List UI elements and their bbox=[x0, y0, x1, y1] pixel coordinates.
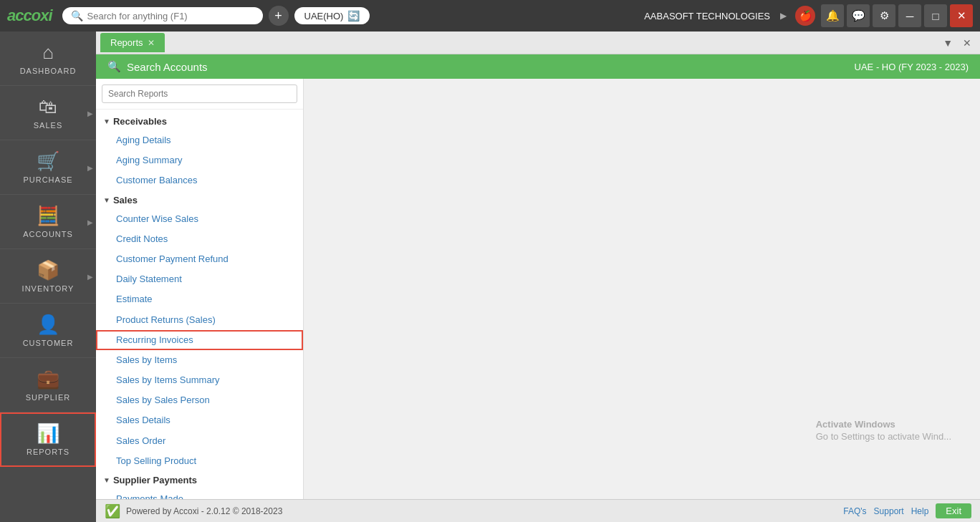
sales-arrow-icon: ▼ bbox=[103, 196, 110, 204]
avatar: 🍎 bbox=[795, 6, 815, 26]
inventory-arrow: ▶ bbox=[87, 272, 93, 280]
sidebar-label-inventory: INVENTORY bbox=[22, 284, 75, 293]
app-logo: accoxi bbox=[7, 6, 52, 25]
topbar-icons: 🔔 💬 ⚙ ─ □ ✕ bbox=[821, 4, 973, 27]
sales-icon: 🛍 bbox=[39, 96, 57, 118]
help-link[interactable]: Help bbox=[911, 506, 929, 516]
sidebar-item-customer[interactable]: 👤 CUSTOMER bbox=[0, 304, 96, 358]
tab-close-all-button[interactable]: ✕ bbox=[959, 36, 976, 50]
supplier-payments-section-label: Supplier Payments bbox=[113, 475, 197, 485]
tab-dropdown-button[interactable]: ▼ bbox=[938, 36, 957, 50]
tree-item-product-returns-sales[interactable]: Product Returns (Sales) bbox=[96, 310, 303, 330]
tab-label: Reports bbox=[110, 37, 143, 48]
refresh-icon[interactable]: 🔄 bbox=[347, 10, 360, 21]
dashboard-icon: ⌂ bbox=[42, 42, 54, 64]
accounts-icon: 🧮 bbox=[37, 205, 59, 227]
maximize-button[interactable]: □ bbox=[924, 4, 947, 27]
inventory-icon: 📦 bbox=[37, 259, 59, 281]
tab-controls: ▼ ✕ bbox=[938, 36, 976, 50]
chat-button[interactable]: 💬 bbox=[847, 4, 870, 27]
tree-item-sales-by-items[interactable]: Sales by Items bbox=[96, 350, 303, 370]
sales-section-header[interactable]: ▼ Sales bbox=[96, 191, 303, 209]
purchase-icon: 🛒 bbox=[37, 150, 59, 173]
notifications-button[interactable]: 🔔 bbox=[821, 4, 844, 27]
sidebar-label-dashboard: DASHBOARD bbox=[20, 67, 77, 75]
main-layout: ⌂ DASHBOARD 🛍 SALES ▶ 🛒 PURCHASE ▶ 🧮 ACC… bbox=[0, 32, 980, 522]
sidebar-item-supplier[interactable]: 💼 SUPPLIER bbox=[0, 358, 96, 412]
search-header-icon: 🔍 bbox=[107, 60, 121, 73]
sidebar-label-customer: CUSTOMER bbox=[23, 339, 74, 347]
tree-item-sales-by-sales-person[interactable]: Sales by Sales Person bbox=[96, 390, 303, 410]
sidebar-item-dashboard[interactable]: ⌂ DASHBOARD bbox=[0, 32, 96, 86]
tab-close-button[interactable]: ✕ bbox=[148, 38, 155, 48]
tree-content: ▼ Receivables Aging Details Aging Summar… bbox=[96, 110, 303, 499]
sidebar-label-supplier: SUPPLIER bbox=[26, 393, 70, 402]
tree-item-credit-notes[interactable]: Credit Notes bbox=[96, 229, 303, 249]
tree-item-top-selling-product[interactable]: Top Selling Product bbox=[96, 451, 303, 471]
tree-item-payments-made[interactable]: Payments Made bbox=[96, 489, 303, 499]
reports-tab[interactable]: Reports ✕ bbox=[100, 33, 165, 52]
supplier-payments-section-header[interactable]: ▼ Supplier Payments bbox=[96, 471, 303, 489]
search-input[interactable] bbox=[87, 11, 238, 21]
tree-item-customer-balances[interactable]: Customer Balances bbox=[96, 170, 303, 190]
support-link[interactable]: Support bbox=[874, 506, 904, 516]
tree-item-aging-summary[interactable]: Aging Summary bbox=[96, 150, 303, 170]
company-arrow: ▶ bbox=[780, 11, 787, 21]
window-close-button[interactable]: ✕ bbox=[950, 4, 973, 27]
content-area: Reports ✕ ▼ ✕ 🔍 Search Accounts UAE - HO… bbox=[96, 32, 980, 522]
sidebar-label-purchase: PURCHASE bbox=[23, 175, 72, 184]
tree-item-estimate[interactable]: Estimate bbox=[96, 289, 303, 309]
branch-label: UAE(HO) bbox=[304, 11, 344, 21]
minimize-button[interactable]: ─ bbox=[898, 4, 921, 27]
tree-item-sales-order[interactable]: Sales Order bbox=[96, 431, 303, 451]
accounts-arrow: ▶ bbox=[87, 218, 93, 226]
footer: ✅ Powered by Accoxi - 2.0.12 © 2018-2023… bbox=[96, 499, 980, 522]
receivables-section-header[interactable]: ▼ Receivables bbox=[96, 112, 303, 130]
tree-item-counter-wise-sales[interactable]: Counter Wise Sales bbox=[96, 209, 303, 229]
footer-right: FAQ's Support Help Exit bbox=[843, 503, 971, 518]
tree-item-sales-details[interactable]: Sales Details bbox=[96, 410, 303, 430]
sidebar-item-sales[interactable]: 🛍 SALES ▶ bbox=[0, 86, 96, 140]
tree-item-recurring-invoices[interactable]: Recurring Invoices bbox=[96, 330, 303, 350]
sidebar-item-reports[interactable]: 📊 REPORTS bbox=[0, 412, 96, 467]
receivables-arrow-icon: ▼ bbox=[103, 117, 110, 125]
footer-logo-icon: ✅ bbox=[105, 503, 120, 519]
sidebar-item-accounts[interactable]: 🧮 ACCOUNTS ▶ bbox=[0, 195, 96, 249]
purchase-arrow: ▶ bbox=[87, 163, 93, 171]
supplier-payments-arrow-icon: ▼ bbox=[103, 476, 110, 484]
sales-items: Counter Wise Sales Credit Notes Customer… bbox=[96, 209, 303, 471]
company-name: AABASOFT TECHNOLOGIES bbox=[644, 11, 770, 21]
tree-search-input[interactable] bbox=[102, 84, 297, 103]
tree-item-aging-details[interactable]: Aging Details bbox=[96, 130, 303, 150]
supplier-icon: 💼 bbox=[37, 368, 59, 390]
add-button[interactable]: + bbox=[269, 6, 289, 26]
faq-link[interactable]: FAQ's bbox=[843, 506, 866, 516]
receivables-section-label: Receivables bbox=[113, 116, 167, 127]
customer-icon: 👤 bbox=[37, 314, 59, 336]
sales-section-label: Sales bbox=[113, 195, 138, 206]
reports-panel: ▼ Receivables Aging Details Aging Summar… bbox=[96, 79, 980, 499]
tree-search-area bbox=[96, 79, 303, 110]
search-icon: 🔍 bbox=[71, 10, 83, 21]
tree-item-customer-payment-refund[interactable]: Customer Payment Refund bbox=[96, 249, 303, 269]
sidebar-label-sales: SALES bbox=[34, 121, 62, 130]
footer-left: ✅ Powered by Accoxi - 2.0.12 © 2018-2023 bbox=[105, 503, 282, 519]
settings-button[interactable]: ⚙ bbox=[873, 4, 895, 27]
sidebar-item-inventory[interactable]: 📦 INVENTORY ▶ bbox=[0, 249, 96, 304]
search-header-label: Search Accounts bbox=[127, 61, 208, 73]
sidebar-item-purchase[interactable]: 🛒 PURCHASE ▶ bbox=[0, 140, 96, 195]
tree-item-daily-statement[interactable]: Daily Statement bbox=[96, 269, 303, 289]
tree-item-sales-by-items-summary[interactable]: Sales by Items Summary bbox=[96, 370, 303, 390]
global-search-bar[interactable]: 🔍 bbox=[62, 7, 263, 24]
sidebar-label-accounts: ACCOUNTS bbox=[23, 230, 73, 238]
supplier-payments-items: Payments Made Refund History bbox=[96, 489, 303, 499]
footer-powered-by: Powered by Accoxi - 2.0.12 © 2018-2023 bbox=[126, 506, 282, 516]
sales-arrow: ▶ bbox=[87, 109, 93, 117]
exit-button[interactable]: Exit bbox=[936, 503, 971, 518]
sidebar: ⌂ DASHBOARD 🛍 SALES ▶ 🛒 PURCHASE ▶ 🧮 ACC… bbox=[0, 32, 96, 522]
receivables-items: Aging Details Aging Summary Customer Bal… bbox=[96, 130, 303, 191]
right-panel: Activate Windows Go to Settings to activ… bbox=[304, 79, 980, 499]
reports-icon: 📊 bbox=[37, 422, 59, 445]
branch-selector[interactable]: UAE(HO) 🔄 bbox=[294, 7, 370, 24]
search-header-right: UAE - HO (FY 2023 - 2023) bbox=[855, 62, 969, 72]
